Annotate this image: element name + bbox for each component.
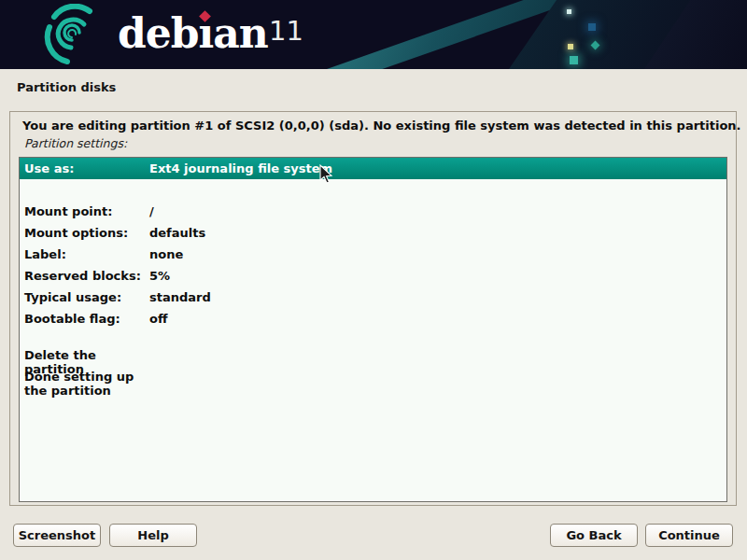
list-item-value: Ext4 journaling file system bbox=[149, 161, 332, 175]
list-item[interactable]: Typical usage:standard bbox=[20, 287, 726, 308]
sparkle-square-icon bbox=[588, 23, 596, 31]
list-item-label: Done setting up the partition bbox=[24, 370, 149, 398]
sparkle-square-icon bbox=[568, 44, 573, 49]
partition-settings-list[interactable]: Use as:Ext4 journaling file systemMount … bbox=[19, 157, 727, 502]
list-item-value: / bbox=[149, 204, 154, 218]
list-item-value: off bbox=[149, 312, 167, 326]
help-button[interactable]: Help bbox=[109, 524, 197, 547]
list-item[interactable]: Label:none bbox=[20, 244, 726, 265]
list-item[interactable]: Done setting up the partition bbox=[20, 372, 726, 394]
debian-wordmark: debıan bbox=[118, 7, 268, 60]
sparkle-square-icon bbox=[567, 9, 571, 14]
list-item-label: Mount point: bbox=[24, 204, 149, 218]
list-item-value: none bbox=[149, 247, 183, 261]
list-item[interactable]: Reserved blocks:5% bbox=[20, 265, 726, 287]
list-item-value: standard bbox=[149, 290, 211, 304]
list-item[interactable]: Mount options:defaults bbox=[20, 222, 726, 244]
list-item-value: defaults bbox=[149, 226, 205, 240]
list-item[interactable]: Mount point:/ bbox=[20, 201, 726, 222]
continue-button[interactable]: Continue bbox=[645, 524, 733, 547]
list-row-spacer bbox=[20, 179, 726, 201]
sparkle-square-icon bbox=[570, 56, 578, 64]
debian-version: 11 bbox=[269, 15, 303, 47]
partition-info-message: You are editing partition #1 of SCSI2 (0… bbox=[22, 119, 741, 133]
list-item-label: Bootable flag: bbox=[24, 312, 149, 326]
list-item-label: Typical usage: bbox=[24, 290, 149, 304]
list-item-label: Mount options: bbox=[24, 226, 149, 240]
list-item[interactable]: Use as:Ext4 journaling file system bbox=[20, 158, 726, 179]
go-back-button[interactable]: Go Back bbox=[550, 524, 638, 547]
list-item[interactable]: Bootable flag:off bbox=[20, 308, 726, 329]
page-title: Partition disks bbox=[17, 80, 116, 94]
debian-swirl-icon bbox=[43, 4, 103, 65]
screenshot-button[interactable]: Screenshot bbox=[13, 524, 101, 547]
list-item-label: Reserved blocks: bbox=[24, 269, 149, 283]
partition-panel: You are editing partition #1 of SCSI2 (0… bbox=[9, 111, 737, 506]
list-item-label: Label: bbox=[24, 247, 149, 261]
list-item-label: Use as: bbox=[24, 161, 149, 175]
installer-banner: debıan 11 bbox=[0, 0, 747, 69]
list-item-value: 5% bbox=[149, 269, 170, 283]
partition-settings-label: Partition settings: bbox=[24, 136, 127, 150]
